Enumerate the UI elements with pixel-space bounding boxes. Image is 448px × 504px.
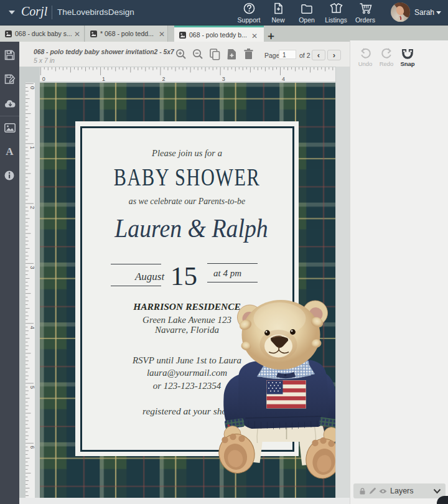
svg-text:3: 3 xyxy=(222,76,225,82)
svg-text:1: 1 xyxy=(102,76,105,82)
svg-text:1: 1 xyxy=(29,146,35,149)
svg-text:2: 2 xyxy=(29,206,35,209)
svg-text:5: 5 xyxy=(29,386,35,389)
svg-text:0: 0 xyxy=(29,86,35,90)
svg-text:3: 3 xyxy=(29,266,35,269)
svg-text:A: A xyxy=(6,146,14,156)
svg-text:6: 6 xyxy=(29,446,35,449)
svg-text:4: 4 xyxy=(29,326,35,329)
svg-text:4: 4 xyxy=(282,76,285,82)
svg-text:0: 0 xyxy=(42,76,45,82)
svg-text:2: 2 xyxy=(162,76,165,82)
